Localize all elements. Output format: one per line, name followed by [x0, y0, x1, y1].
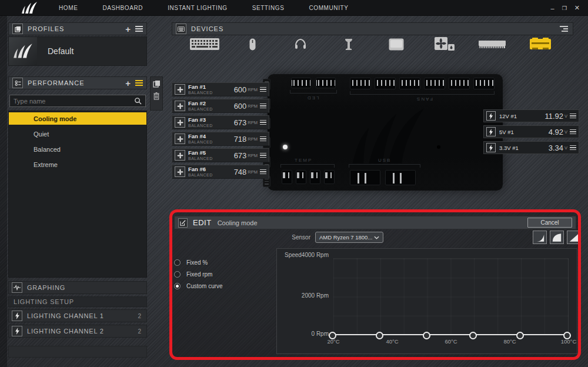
fan-menu-button[interactable] — [260, 169, 266, 175]
devices-filter-icon[interactable] — [560, 26, 568, 32]
lightning-icon — [486, 143, 496, 152]
lightning-icon — [12, 311, 22, 321]
x-tick-label: 20°C — [327, 338, 339, 345]
corsair-logo-icon[interactable] — [21, 2, 38, 14]
add-profile-button[interactable]: + — [125, 25, 131, 34]
balanced-curve-preset-icon[interactable] — [550, 231, 564, 244]
device-liquid-cooler[interactable] — [428, 37, 461, 51]
device-memory-module[interactable] — [476, 39, 509, 49]
temp-port — [282, 170, 292, 184]
graphing-row[interactable]: GRAPHING — [8, 281, 147, 294]
fan-icon — [175, 134, 185, 144]
mode-search-input[interactable] — [14, 98, 134, 105]
fan-port — [375, 78, 396, 89]
chevron-down-icon — [374, 236, 379, 239]
voltage-row-3.3v[interactable]: 3.3V #1 3.34 V — [483, 141, 579, 154]
mode-item-balanced[interactable]: Balanced — [9, 143, 146, 155]
voltage-unit: V — [564, 129, 567, 135]
device-commander-pro-selected[interactable] — [524, 38, 557, 51]
fan-menu-button[interactable] — [260, 87, 266, 92]
lighting-channel-2-row[interactable]: LIGHTING CHANNEL 2 2 — [8, 325, 147, 338]
fan-mode: BALANCED — [188, 140, 234, 144]
delete-icon[interactable] — [153, 92, 160, 100]
performance-curve-preset-icon[interactable] — [567, 231, 581, 244]
lighting-channel-1-row[interactable]: LIGHTING CHANNEL 1 2 — [8, 309, 147, 322]
temp-port — [324, 170, 335, 184]
fan-rpm-unit: RPM — [248, 120, 258, 125]
mode-item-cooling-mode[interactable]: Cooling mode — [9, 112, 146, 125]
fan-port — [350, 78, 371, 89]
fan-mode: BALANCED — [188, 91, 234, 95]
performance-mode-list: Cooling mode Quiet Balanced Extreme — [8, 111, 147, 278]
voltage-value: 3.34 — [549, 144, 563, 152]
lightning-icon — [486, 127, 496, 136]
fan-row-2[interactable]: Fan #2BALANCED 600 RPM — [172, 99, 269, 113]
nav-home[interactable]: HOME — [59, 5, 78, 11]
fan-rpm-value: 600 — [234, 85, 247, 94]
voltage-name: 12V #1 — [499, 113, 544, 119]
mode-item-quiet[interactable]: Quiet — [9, 128, 146, 140]
radio-fixed-rpm[interactable]: Fixed rpm — [174, 268, 274, 280]
performance-panel-header: PERFORMANCE + — [8, 76, 147, 89]
sensor-dropdown[interactable]: AMD Ryzen 7 1800... — [315, 232, 383, 243]
radio-custom-curve[interactable]: Custom curve — [174, 280, 274, 292]
performance-menu-button[interactable] — [135, 80, 143, 86]
fan-menu-button[interactable] — [260, 136, 266, 142]
cancel-button[interactable]: Cancel — [527, 218, 572, 228]
voltage-menu-button[interactable] — [570, 129, 576, 135]
radio-button-icon[interactable] — [174, 283, 181, 289]
x-axis-ticks: 20°C40°C60°C80°C100°C — [333, 338, 569, 346]
top-nav-bar: HOME DASHBOARD INSTANT LIGHTING SETTINGS… — [0, 0, 588, 16]
voltage-menu-button[interactable] — [570, 114, 576, 119]
fan-row-1[interactable]: Fan #1BALANCED 600 RPM — [172, 82, 269, 96]
nav-community[interactable]: COMMUNITY — [309, 5, 348, 11]
radio-fixed-percent[interactable]: Fixed % — [174, 256, 274, 268]
device-headset-stand[interactable] — [332, 38, 365, 51]
fan-mode: BALANCED — [188, 107, 234, 111]
device-keyboard[interactable] — [188, 38, 221, 50]
add-performance-mode-button[interactable]: + — [125, 79, 131, 88]
temp-ports-label: TEMP — [295, 158, 312, 163]
nav-settings[interactable]: SETTINGS — [252, 5, 285, 11]
minimize-icon[interactable]: – — [551, 5, 554, 12]
nav-dashboard[interactable]: DASHBOARD — [102, 5, 143, 11]
fan-rpm-value: 748 — [234, 168, 247, 176]
fan-row-3[interactable]: Fan #3BALANCED 673 RPM — [172, 115, 269, 129]
performance-icon — [12, 78, 23, 88]
fan-icon — [175, 117, 185, 128]
device-mouse[interactable] — [236, 38, 269, 51]
quiet-curve-preset-icon[interactable] — [533, 231, 547, 244]
voltage-row-12v[interactable]: 12V #1 11.92 V — [483, 109, 579, 122]
fan-rpm-value: 718 — [234, 135, 247, 144]
status-led-white — [283, 145, 288, 149]
close-icon[interactable]: ✕ — [574, 4, 580, 12]
fan-menu-button[interactable] — [260, 104, 266, 109]
fan-menu-button[interactable] — [260, 120, 266, 125]
fan-row-4[interactable]: Fan #4BALANCED 718 RPM — [172, 132, 269, 146]
fan-row-5[interactable]: Fan #5BALANCED 673 RPM — [172, 148, 269, 162]
lighting-channel-2-count: 2 — [138, 328, 141, 335]
profile-item-default[interactable]: Default — [8, 36, 147, 66]
duplicate-icon[interactable] — [153, 80, 161, 88]
voltage-row-5v[interactable]: 5V #1 4.92 V — [483, 125, 579, 138]
fan-row-6[interactable]: Fan #6BALANCED 748 RPM — [172, 165, 269, 179]
profiles-menu-button[interactable] — [135, 26, 143, 32]
voltage-menu-button[interactable] — [570, 145, 576, 151]
device-headset[interactable] — [284, 38, 317, 50]
search-icon — [134, 97, 142, 105]
fan-menu-button[interactable] — [260, 153, 266, 158]
device-mousepad[interactable] — [380, 38, 413, 51]
fan-name: Fan #1 — [188, 84, 234, 90]
mode-item-extreme[interactable]: Extreme — [9, 158, 146, 171]
usb-port — [385, 170, 416, 185]
radio-button-icon[interactable] — [174, 271, 181, 278]
maximize-icon[interactable]: ❒ — [562, 5, 567, 11]
curve-plot-area[interactable] — [333, 258, 569, 335]
led-ports-label: LED — [306, 95, 319, 101]
commander-pro-device-image: LED FANS TEMP USB — [268, 74, 503, 191]
fan-icon — [175, 166, 185, 177]
lighting-setup-row[interactable]: LIGHTING SETUP — [8, 296, 147, 307]
x-tick-label: 60°C — [445, 338, 457, 345]
nav-instant-lighting[interactable]: INSTANT LIGHTING — [168, 5, 227, 11]
radio-button-icon[interactable] — [174, 259, 181, 266]
